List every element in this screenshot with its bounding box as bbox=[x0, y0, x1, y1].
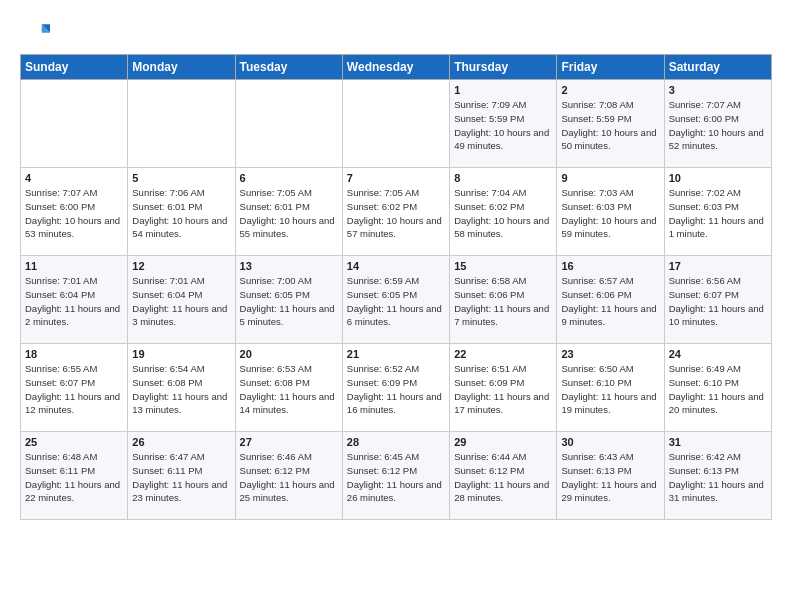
calendar-cell: 3Sunrise: 7:07 AM Sunset: 6:00 PM Daylig… bbox=[664, 80, 771, 168]
day-info: Sunrise: 6:46 AM Sunset: 6:12 PM Dayligh… bbox=[240, 450, 338, 505]
day-number: 16 bbox=[561, 260, 659, 272]
day-info: Sunrise: 7:02 AM Sunset: 6:03 PM Dayligh… bbox=[669, 186, 767, 241]
day-number: 1 bbox=[454, 84, 552, 96]
calendar-cell: 29Sunrise: 6:44 AM Sunset: 6:12 PM Dayli… bbox=[450, 432, 557, 520]
day-info: Sunrise: 7:04 AM Sunset: 6:02 PM Dayligh… bbox=[454, 186, 552, 241]
calendar-cell: 13Sunrise: 7:00 AM Sunset: 6:05 PM Dayli… bbox=[235, 256, 342, 344]
calendar-cell: 2Sunrise: 7:08 AM Sunset: 5:59 PM Daylig… bbox=[557, 80, 664, 168]
day-info: Sunrise: 6:58 AM Sunset: 6:06 PM Dayligh… bbox=[454, 274, 552, 329]
calendar-cell: 24Sunrise: 6:49 AM Sunset: 6:10 PM Dayli… bbox=[664, 344, 771, 432]
calendar-cell: 18Sunrise: 6:55 AM Sunset: 6:07 PM Dayli… bbox=[21, 344, 128, 432]
weekday-header-sunday: Sunday bbox=[21, 55, 128, 80]
week-row-3: 11Sunrise: 7:01 AM Sunset: 6:04 PM Dayli… bbox=[21, 256, 772, 344]
calendar-cell: 11Sunrise: 7:01 AM Sunset: 6:04 PM Dayli… bbox=[21, 256, 128, 344]
day-number: 5 bbox=[132, 172, 230, 184]
day-number: 26 bbox=[132, 436, 230, 448]
day-number: 23 bbox=[561, 348, 659, 360]
weekday-header-friday: Friday bbox=[557, 55, 664, 80]
calendar-cell: 28Sunrise: 6:45 AM Sunset: 6:12 PM Dayli… bbox=[342, 432, 449, 520]
day-info: Sunrise: 6:44 AM Sunset: 6:12 PM Dayligh… bbox=[454, 450, 552, 505]
calendar-cell: 7Sunrise: 7:05 AM Sunset: 6:02 PM Daylig… bbox=[342, 168, 449, 256]
calendar-cell: 23Sunrise: 6:50 AM Sunset: 6:10 PM Dayli… bbox=[557, 344, 664, 432]
weekday-header-saturday: Saturday bbox=[664, 55, 771, 80]
day-number: 17 bbox=[669, 260, 767, 272]
week-row-1: 1Sunrise: 7:09 AM Sunset: 5:59 PM Daylig… bbox=[21, 80, 772, 168]
day-number: 31 bbox=[669, 436, 767, 448]
calendar-cell: 26Sunrise: 6:47 AM Sunset: 6:11 PM Dayli… bbox=[128, 432, 235, 520]
day-number: 21 bbox=[347, 348, 445, 360]
day-number: 19 bbox=[132, 348, 230, 360]
day-info: Sunrise: 6:56 AM Sunset: 6:07 PM Dayligh… bbox=[669, 274, 767, 329]
day-number: 10 bbox=[669, 172, 767, 184]
day-number: 28 bbox=[347, 436, 445, 448]
day-info: Sunrise: 6:48 AM Sunset: 6:11 PM Dayligh… bbox=[25, 450, 123, 505]
day-info: Sunrise: 6:49 AM Sunset: 6:10 PM Dayligh… bbox=[669, 362, 767, 417]
day-info: Sunrise: 7:00 AM Sunset: 6:05 PM Dayligh… bbox=[240, 274, 338, 329]
day-number: 25 bbox=[25, 436, 123, 448]
day-info: Sunrise: 6:57 AM Sunset: 6:06 PM Dayligh… bbox=[561, 274, 659, 329]
day-number: 30 bbox=[561, 436, 659, 448]
day-number: 13 bbox=[240, 260, 338, 272]
day-info: Sunrise: 7:01 AM Sunset: 6:04 PM Dayligh… bbox=[132, 274, 230, 329]
calendar-cell: 15Sunrise: 6:58 AM Sunset: 6:06 PM Dayli… bbox=[450, 256, 557, 344]
day-number: 22 bbox=[454, 348, 552, 360]
day-info: Sunrise: 7:08 AM Sunset: 5:59 PM Dayligh… bbox=[561, 98, 659, 153]
calendar-cell: 31Sunrise: 6:42 AM Sunset: 6:13 PM Dayli… bbox=[664, 432, 771, 520]
calendar-cell: 1Sunrise: 7:09 AM Sunset: 5:59 PM Daylig… bbox=[450, 80, 557, 168]
day-info: Sunrise: 7:03 AM Sunset: 6:03 PM Dayligh… bbox=[561, 186, 659, 241]
calendar-table: SundayMondayTuesdayWednesdayThursdayFrid… bbox=[20, 54, 772, 520]
day-info: Sunrise: 7:05 AM Sunset: 6:01 PM Dayligh… bbox=[240, 186, 338, 241]
day-number: 27 bbox=[240, 436, 338, 448]
calendar-cell: 14Sunrise: 6:59 AM Sunset: 6:05 PM Dayli… bbox=[342, 256, 449, 344]
day-info: Sunrise: 6:47 AM Sunset: 6:11 PM Dayligh… bbox=[132, 450, 230, 505]
day-info: Sunrise: 6:54 AM Sunset: 6:08 PM Dayligh… bbox=[132, 362, 230, 417]
day-number: 24 bbox=[669, 348, 767, 360]
calendar-cell: 8Sunrise: 7:04 AM Sunset: 6:02 PM Daylig… bbox=[450, 168, 557, 256]
day-number: 8 bbox=[454, 172, 552, 184]
day-info: Sunrise: 6:50 AM Sunset: 6:10 PM Dayligh… bbox=[561, 362, 659, 417]
weekday-header-monday: Monday bbox=[128, 55, 235, 80]
day-number: 3 bbox=[669, 84, 767, 96]
calendar-cell: 27Sunrise: 6:46 AM Sunset: 6:12 PM Dayli… bbox=[235, 432, 342, 520]
page: SundayMondayTuesdayWednesdayThursdayFrid… bbox=[0, 0, 792, 530]
calendar-cell: 9Sunrise: 7:03 AM Sunset: 6:03 PM Daylig… bbox=[557, 168, 664, 256]
calendar-cell bbox=[235, 80, 342, 168]
day-number: 12 bbox=[132, 260, 230, 272]
calendar-cell: 12Sunrise: 7:01 AM Sunset: 6:04 PM Dayli… bbox=[128, 256, 235, 344]
day-number: 7 bbox=[347, 172, 445, 184]
day-info: Sunrise: 6:53 AM Sunset: 6:08 PM Dayligh… bbox=[240, 362, 338, 417]
day-info: Sunrise: 7:01 AM Sunset: 6:04 PM Dayligh… bbox=[25, 274, 123, 329]
calendar-cell: 22Sunrise: 6:51 AM Sunset: 6:09 PM Dayli… bbox=[450, 344, 557, 432]
calendar-cell: 21Sunrise: 6:52 AM Sunset: 6:09 PM Dayli… bbox=[342, 344, 449, 432]
day-info: Sunrise: 6:43 AM Sunset: 6:13 PM Dayligh… bbox=[561, 450, 659, 505]
week-row-5: 25Sunrise: 6:48 AM Sunset: 6:11 PM Dayli… bbox=[21, 432, 772, 520]
day-info: Sunrise: 6:51 AM Sunset: 6:09 PM Dayligh… bbox=[454, 362, 552, 417]
day-info: Sunrise: 7:07 AM Sunset: 6:00 PM Dayligh… bbox=[669, 98, 767, 153]
day-info: Sunrise: 7:07 AM Sunset: 6:00 PM Dayligh… bbox=[25, 186, 123, 241]
weekday-header-row: SundayMondayTuesdayWednesdayThursdayFrid… bbox=[21, 55, 772, 80]
calendar-cell: 10Sunrise: 7:02 AM Sunset: 6:03 PM Dayli… bbox=[664, 168, 771, 256]
day-info: Sunrise: 7:06 AM Sunset: 6:01 PM Dayligh… bbox=[132, 186, 230, 241]
day-info: Sunrise: 7:09 AM Sunset: 5:59 PM Dayligh… bbox=[454, 98, 552, 153]
weekday-header-tuesday: Tuesday bbox=[235, 55, 342, 80]
day-number: 11 bbox=[25, 260, 123, 272]
day-info: Sunrise: 6:55 AM Sunset: 6:07 PM Dayligh… bbox=[25, 362, 123, 417]
calendar-cell bbox=[342, 80, 449, 168]
day-info: Sunrise: 6:52 AM Sunset: 6:09 PM Dayligh… bbox=[347, 362, 445, 417]
day-number: 9 bbox=[561, 172, 659, 184]
calendar-cell: 5Sunrise: 7:06 AM Sunset: 6:01 PM Daylig… bbox=[128, 168, 235, 256]
day-info: Sunrise: 6:42 AM Sunset: 6:13 PM Dayligh… bbox=[669, 450, 767, 505]
day-number: 14 bbox=[347, 260, 445, 272]
calendar-cell: 30Sunrise: 6:43 AM Sunset: 6:13 PM Dayli… bbox=[557, 432, 664, 520]
calendar-cell: 19Sunrise: 6:54 AM Sunset: 6:08 PM Dayli… bbox=[128, 344, 235, 432]
day-number: 15 bbox=[454, 260, 552, 272]
calendar-cell: 17Sunrise: 6:56 AM Sunset: 6:07 PM Dayli… bbox=[664, 256, 771, 344]
calendar-cell: 6Sunrise: 7:05 AM Sunset: 6:01 PM Daylig… bbox=[235, 168, 342, 256]
calendar-cell bbox=[21, 80, 128, 168]
day-number: 6 bbox=[240, 172, 338, 184]
calendar-cell: 16Sunrise: 6:57 AM Sunset: 6:06 PM Dayli… bbox=[557, 256, 664, 344]
day-number: 20 bbox=[240, 348, 338, 360]
header bbox=[20, 16, 772, 46]
week-row-2: 4Sunrise: 7:07 AM Sunset: 6:00 PM Daylig… bbox=[21, 168, 772, 256]
day-info: Sunrise: 7:05 AM Sunset: 6:02 PM Dayligh… bbox=[347, 186, 445, 241]
